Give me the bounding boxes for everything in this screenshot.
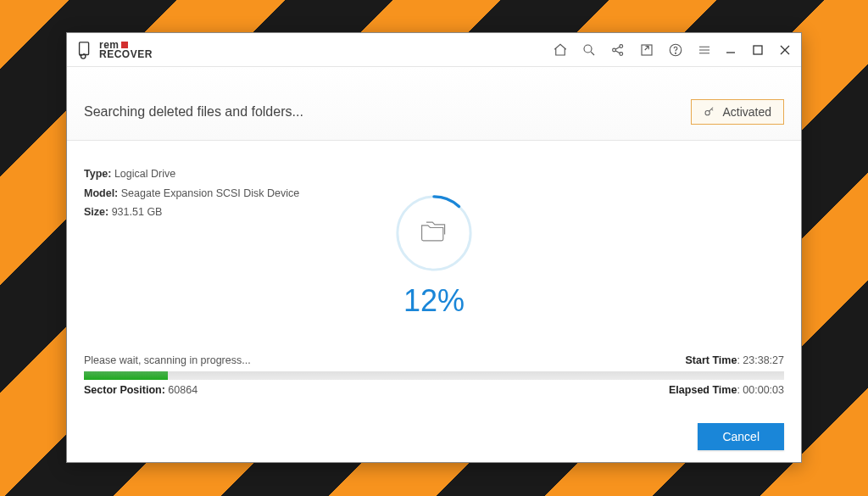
start-time-value: : 23:38:27 (737, 354, 784, 366)
type-value: Logical Drive (114, 168, 175, 180)
app-logo: rem RECOVER (75, 41, 153, 59)
progress-indicator: 12% (392, 192, 476, 319)
titlebar-actions (552, 42, 713, 59)
progress-bar-fill (84, 371, 168, 380)
maximize-button[interactable] (750, 42, 765, 58)
sector-value: 60864 (168, 384, 198, 396)
home-icon[interactable] (552, 42, 569, 59)
minimize-button[interactable] (723, 42, 738, 58)
menu-icon[interactable] (696, 42, 713, 59)
page-title: Searching deleted files and folders... (84, 104, 303, 120)
window-controls (723, 42, 793, 58)
size-value: 931.51 GB (112, 206, 163, 218)
progress-bar (84, 371, 784, 380)
elapsed-time: Elapsed Time: 00:00:03 (669, 384, 784, 396)
content-area: Type: Logical Drive Model: Seagate Expan… (67, 141, 801, 411)
titlebar: rem RECOVER (67, 33, 801, 67)
svg-rect-0 (80, 42, 89, 54)
svg-point-3 (620, 44, 623, 47)
svg-point-7 (675, 53, 676, 53)
type-label: Type: (84, 168, 111, 180)
elapsed-label: Elapsed Time (669, 384, 737, 396)
drive-type-row: Type: Logical Drive (84, 164, 784, 184)
cancel-button[interactable]: Cancel (698, 423, 784, 450)
header-section: Searching deleted files and folders... A… (67, 67, 801, 141)
svg-point-1 (584, 45, 592, 53)
share-icon[interactable] (609, 42, 626, 59)
activated-label: Activated (722, 105, 771, 119)
percent-text: 12% (403, 283, 465, 319)
start-time-label: Start Time (685, 354, 737, 366)
logo-text-bottom: RECOVER (99, 50, 153, 59)
svg-rect-8 (754, 46, 762, 54)
document-recover-icon (75, 41, 94, 59)
size-label: Size: (84, 206, 108, 218)
app-window: rem RECOVER (66, 32, 802, 463)
close-button[interactable] (777, 42, 793, 58)
search-icon[interactable] (581, 42, 598, 59)
help-icon[interactable] (667, 42, 684, 59)
model-value: Seagate Expansion SCSI Disk Device (121, 187, 300, 199)
wait-text: Please wait, scanning in progress... (84, 354, 251, 366)
key-icon (704, 106, 715, 118)
footer: Cancel (67, 411, 801, 462)
elapsed-value: : 00:00:03 (737, 384, 784, 396)
svg-point-4 (620, 52, 623, 55)
status-row-top: Please wait, scanning in progress... Sta… (84, 348, 784, 366)
svg-point-2 (613, 48, 616, 52)
sector-label: Sector Position: (84, 384, 165, 396)
activation-badge[interactable]: Activated (691, 99, 784, 125)
model-label: Model: (84, 187, 118, 199)
start-time: Start Time: 23:38:27 (685, 354, 784, 366)
export-icon[interactable] (638, 42, 655, 59)
sector-position: Sector Position: 60864 (84, 384, 198, 396)
status-row-bottom: Sector Position: 60864 Elapsed Time: 00:… (84, 384, 784, 396)
folder-icon (419, 219, 449, 248)
